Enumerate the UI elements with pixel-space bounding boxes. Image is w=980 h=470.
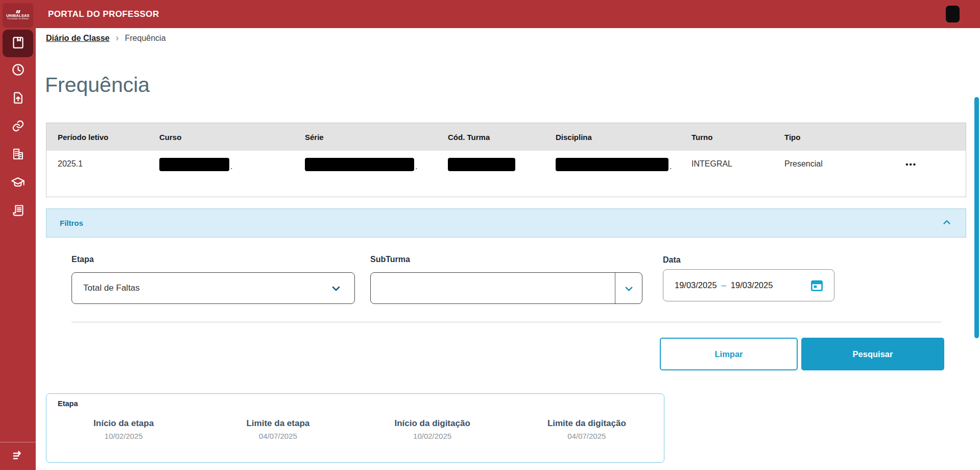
logo-subtitle: Faculdade de Balsas <box>7 17 29 20</box>
sidebar-item-upload[interactable] <box>0 85 36 113</box>
redacted-value <box>159 158 229 171</box>
sidebar: UNIBALSAS Faculdade de Balsas <box>0 0 36 470</box>
sidebar-item-links[interactable] <box>0 113 36 141</box>
subturma-select[interactable] <box>370 272 642 304</box>
col-disciplina: Disciplina <box>544 133 680 142</box>
sidebar-item-relatorios[interactable] <box>0 197 36 225</box>
journal-icon <box>11 36 25 52</box>
sidebar-item-diario[interactable] <box>3 30 33 57</box>
cell-cod-turma <box>437 159 544 171</box>
cell-tipo: Presencial <box>773 159 966 169</box>
chevron-down-icon <box>330 283 342 297</box>
clear-button[interactable]: Limpar <box>660 338 798 370</box>
logo-mark-icon <box>16 10 20 13</box>
date-range-separator: – <box>722 280 726 290</box>
top-bar: PORTAL DO PROFESSOR <box>36 0 980 28</box>
class-table: Período letivo Curso Série Cód. Turma Di… <box>46 123 966 197</box>
filters-panel-header[interactable]: Filtros <box>46 208 966 238</box>
search-button[interactable]: Pesquisar <box>801 338 944 370</box>
breadcrumb-separator: › <box>116 33 119 43</box>
chevron-down-icon[interactable] <box>623 283 635 297</box>
date-range-input[interactable]: 19/03/2025 – 19/03/2025 <box>663 269 834 301</box>
col-cod-turma: Cód. Turma <box>437 133 544 142</box>
row-menu-button[interactable]: ••• <box>905 160 917 169</box>
etapa-panel: Etapa Início da etapa 10/02/2025 Limite … <box>46 393 664 463</box>
etapa-select-value: Total de Faltas <box>72 283 140 293</box>
cell-curso: . <box>148 159 294 171</box>
breadcrumb-current: Frequência <box>125 34 166 43</box>
link-icon <box>11 119 25 135</box>
building-icon <box>11 147 25 163</box>
calendar-icon[interactable] <box>810 278 824 292</box>
form-divider <box>71 322 941 322</box>
sidebar-item-horarios[interactable] <box>0 57 36 85</box>
col-periodo-letivo: Período letivo <box>46 133 148 142</box>
redacted-value <box>556 158 668 171</box>
col-serie: Série <box>294 133 437 142</box>
cell-disciplina: . <box>544 159 680 171</box>
table-row[interactable]: 2025.1 . . . INTEGRAL Presencial ••• <box>46 151 966 197</box>
app-title: PORTAL DO PROFESSOR <box>48 9 159 19</box>
unibalsas-logo[interactable]: UNIBALSAS Faculdade de Balsas <box>3 3 33 28</box>
file-upload-icon <box>11 91 25 107</box>
col-curso: Curso <box>148 133 294 142</box>
breadcrumb-link-diario[interactable]: Diário de Classe <box>46 34 110 43</box>
graduation-cap-icon <box>11 175 25 192</box>
col-tipo: Tipo <box>773 133 966 142</box>
breadcrumb: Diário de Classe › Frequência <box>46 33 166 43</box>
etapa-item-inicio-etapa: Início da etapa 10/02/2025 <box>46 418 201 440</box>
vertical-scrollbar-thumb[interactable] <box>974 97 979 338</box>
sidebar-item-academico[interactable] <box>0 169 36 197</box>
etapa-label: Etapa <box>71 255 94 264</box>
etapa-select[interactable]: Total de Faltas <box>71 272 355 304</box>
clock-icon <box>11 63 25 79</box>
etapa-item-limite-etapa: Limite da etapa 04/07/2025 <box>201 418 355 440</box>
col-turno: Turno <box>680 133 773 142</box>
redacted-value <box>448 158 515 171</box>
sidebar-item-instituicao[interactable] <box>0 141 36 169</box>
etapa-item-inicio-digitacao: Início da digitação 10/02/2025 <box>355 418 510 440</box>
combo-divider <box>615 273 615 303</box>
date-start-value[interactable]: 19/03/2025 <box>675 280 717 290</box>
logo-name: UNIBALSAS <box>6 14 30 18</box>
etapa-dates-grid: Início da etapa 10/02/2025 Limite da eta… <box>46 418 664 440</box>
etapa-panel-legend: Etapa <box>58 400 78 408</box>
chevron-up-icon[interactable] <box>941 217 952 230</box>
redacted-value <box>305 158 414 171</box>
report-icon <box>11 203 25 219</box>
exit-icon <box>11 449 25 465</box>
sidebar-item-exit[interactable] <box>0 442 36 470</box>
etapa-item-limite-digitacao: Limite da digitação 04/07/2025 <box>510 418 664 440</box>
page-title: Frequência <box>45 73 150 97</box>
cell-serie: . <box>294 159 437 171</box>
subturma-label: SubTurma <box>370 255 410 264</box>
cell-periodo: 2025.1 <box>46 159 148 169</box>
data-label: Data <box>663 255 681 265</box>
filters-title: Filtros <box>60 219 83 227</box>
table-header-row: Período letivo Curso Série Cód. Turma Di… <box>46 123 966 151</box>
cell-turno: INTEGRAL <box>680 159 773 169</box>
date-end-value[interactable]: 19/03/2025 <box>731 280 773 290</box>
user-avatar[interactable] <box>946 6 960 22</box>
